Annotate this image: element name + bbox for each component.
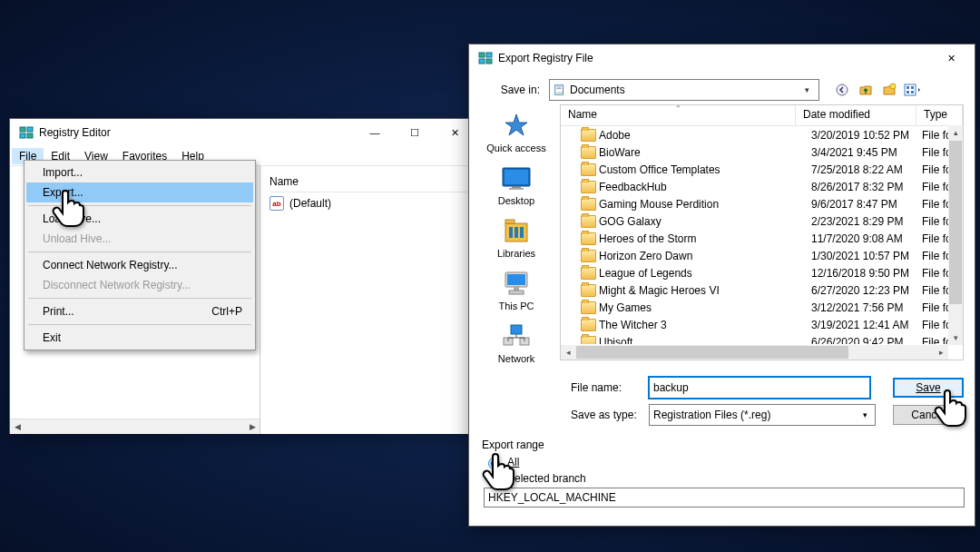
menu-separator <box>28 205 251 206</box>
folder-icon <box>581 250 596 262</box>
file-row[interactable]: Adobe3/20/2019 10:52 PMFile fol <box>561 126 963 143</box>
maximize-button[interactable]: ☐ <box>395 120 435 145</box>
file-row[interactable]: GOG Galaxy2/23/2021 8:29 PMFile fol <box>561 212 963 230</box>
star-icon <box>500 112 533 141</box>
svg-rect-6 <box>479 59 485 64</box>
file-row[interactable]: Ubisoft6/26/2020 9:42 PMFile fol <box>561 333 963 344</box>
save-in-value: Documents <box>570 84 625 96</box>
svg-rect-27 <box>520 227 524 238</box>
svg-rect-17 <box>906 91 909 94</box>
save-in-dropdown[interactable]: Documents ▾ <box>549 79 819 101</box>
file-row[interactable]: My Games3/12/2021 7:56 PMFile fol <box>561 299 963 316</box>
file-date: 6/26/2020 9:42 PM <box>808 336 918 345</box>
file-row[interactable]: Gaming Mouse Perdition9/6/2017 8:47 PMFi… <box>561 195 963 212</box>
branch-path-input[interactable] <box>484 488 965 508</box>
list-header-name[interactable]: Name <box>270 172 469 192</box>
svg-rect-4 <box>479 53 485 57</box>
file-menu-dropdown: Import... Export... Load Hive... Unload … <box>24 160 256 350</box>
sort-indicator-icon: ⌃ <box>675 104 681 113</box>
regedit-icon <box>19 125 34 140</box>
menu-export[interactable]: Export... <box>26 182 253 202</box>
computer-icon <box>500 270 533 299</box>
svg-rect-32 <box>511 325 522 334</box>
file-name: Heroes of the Storm <box>599 232 696 245</box>
close-button[interactable]: ✕ <box>931 45 971 71</box>
svg-rect-18 <box>911 91 914 94</box>
new-folder-icon[interactable] <box>879 80 899 100</box>
documents-icon <box>554 84 566 96</box>
place-desktop[interactable]: Desktop <box>480 161 553 210</box>
vertical-scrollbar[interactable]: ▴▾ <box>948 125 963 345</box>
file-row[interactable]: Custom Office Templates7/25/2018 8:22 AM… <box>561 161 963 178</box>
string-value-icon: ab <box>270 196 284 211</box>
filename-input[interactable] <box>649 377 870 399</box>
place-this-pc[interactable]: This PC <box>480 266 553 315</box>
tree-hscrollbar[interactable]: ◀▶ <box>10 419 260 434</box>
save-in-label: Save in: <box>480 84 544 96</box>
file-row[interactable]: Heroes of the Storm11/7/2020 9:08 AMFile… <box>561 230 963 247</box>
col-date[interactable]: Date modified <box>796 105 916 125</box>
folder-icon <box>581 232 596 245</box>
back-icon[interactable] <box>832 80 852 100</box>
cancel-button[interactable]: Cancel <box>893 405 964 425</box>
registry-list-pane[interactable]: Name ab (Default) <box>260 166 478 434</box>
svg-rect-11 <box>557 88 562 89</box>
file-row[interactable]: BioWare3/4/2021 9:45 PMFile fol <box>561 143 963 161</box>
folder-icon <box>581 129 596 142</box>
file-name: My Games <box>599 301 652 314</box>
svg-rect-14 <box>905 84 916 95</box>
svg-point-12 <box>837 84 848 95</box>
svg-rect-5 <box>486 53 492 57</box>
file-date: 3/19/2021 12:41 AM <box>808 319 918 331</box>
regedit-titlebar[interactable]: Registry Editor — ☐ ✕ <box>10 119 478 146</box>
file-name: Horizon Zero Dawn <box>599 250 692 262</box>
list-row-default[interactable]: ab (Default) <box>270 192 469 214</box>
col-type[interactable]: Type <box>916 105 963 125</box>
filetype-dropdown[interactable]: Registration Files (*.reg)▾ <box>649 404 876 426</box>
file-date: 2/23/2021 8:29 PM <box>808 215 918 228</box>
place-libraries[interactable]: Libraries <box>480 213 553 262</box>
file-date: 11/7/2020 9:08 AM <box>808 232 918 245</box>
folder-icon <box>581 181 596 193</box>
place-network[interactable]: Network <box>480 319 553 368</box>
file-row[interactable]: Might & Magic Heroes VI6/27/2020 12:23 P… <box>561 281 963 299</box>
range-all-radio[interactable]: All <box>484 455 964 469</box>
save-button[interactable]: Save <box>893 378 964 398</box>
export-range-label: Export range <box>480 439 964 451</box>
menu-print[interactable]: Print...Ctrl+P <box>26 301 253 321</box>
col-name[interactable]: Name⌃ <box>561 105 796 125</box>
view-menu-icon[interactable] <box>903 80 923 100</box>
svg-rect-16 <box>911 86 914 89</box>
network-icon <box>500 322 533 351</box>
folder-icon <box>581 163 596 176</box>
file-name: The Witcher 3 <box>599 319 667 331</box>
libraries-icon <box>500 217 533 246</box>
menu-unload-hive: Unload Hive... <box>26 229 253 249</box>
svg-rect-3 <box>27 133 33 138</box>
range-selected-radio[interactable]: Selected branch <box>484 471 964 486</box>
file-row[interactable]: League of Legends12/16/2018 9:50 PMFile … <box>561 264 963 281</box>
svg-rect-31 <box>509 291 524 294</box>
menu-exit[interactable]: Exit <box>26 328 253 348</box>
up-folder-icon[interactable] <box>856 80 876 100</box>
menu-separator <box>28 324 251 325</box>
menu-connect-network[interactable]: Connect Network Registry... <box>26 255 253 275</box>
place-quick-access[interactable]: Quick access <box>480 108 553 157</box>
file-row[interactable]: FeedbackHub8/26/2017 8:32 PMFile fol <box>561 178 963 195</box>
svg-rect-8 <box>555 85 564 95</box>
folder-icon <box>581 215 596 228</box>
menu-import[interactable]: Import... <box>26 163 253 182</box>
folder-icon <box>581 284 596 297</box>
svg-rect-15 <box>906 86 909 89</box>
file-list[interactable]: Name⌃ Date modified Type Adobe3/20/2019 … <box>560 104 964 360</box>
svg-rect-7 <box>486 59 492 64</box>
file-row[interactable]: The Witcher 33/19/2021 12:41 AMFile fol <box>561 316 963 333</box>
svg-rect-1 <box>27 127 33 132</box>
file-date: 3/4/2021 9:45 PM <box>808 146 918 159</box>
minimize-button[interactable]: — <box>355 120 395 145</box>
menu-load-hive[interactable]: Load Hive... <box>26 209 253 229</box>
folder-icon <box>581 301 596 314</box>
horizontal-scrollbar[interactable]: ◂▸ <box>561 345 948 360</box>
export-titlebar[interactable]: Export Registry File ✕ <box>469 44 975 72</box>
file-row[interactable]: Horizon Zero Dawn1/30/2021 10:57 PMFile … <box>561 247 963 264</box>
